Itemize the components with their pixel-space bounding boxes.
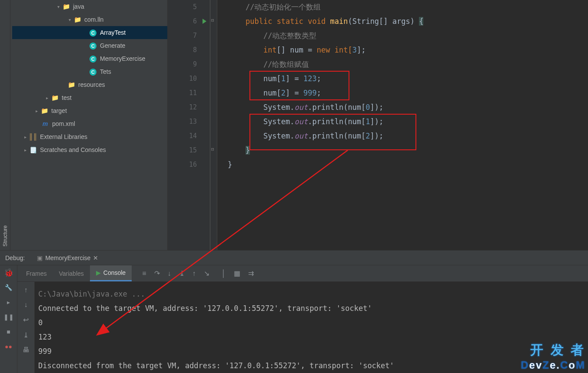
tree-label: ArrayTest (100, 29, 126, 36)
soft-wrap-icon[interactable]: ↩ (23, 316, 29, 324)
code-token: .println(num[ (308, 132, 365, 140)
scroll-end-icon[interactable]: ⤓ (23, 331, 29, 339)
code-token: { (419, 17, 423, 26)
tree-label: test (62, 94, 72, 101)
library-icon: ║║ (29, 133, 37, 140)
tree-label: resources (78, 81, 105, 88)
line-number: 12 (168, 100, 210, 115)
tree-file-arraytest[interactable]: C ArrayTest (12, 26, 167, 39)
chevron-down-icon: ▾ (66, 17, 73, 22)
tree-folder-target[interactable]: ▸ 📁 target (12, 104, 167, 117)
line-number: 8 (168, 43, 210, 57)
tree-label: java (73, 3, 84, 10)
tree-label: Scratches and Consoles (40, 146, 106, 153)
step-over-icon[interactable]: ↷ (154, 269, 160, 277)
code-token: System. (263, 132, 295, 140)
code-token: //动态初始化一个数组 (246, 3, 321, 11)
console-line: C:\Java\bin\java.exe ... (38, 287, 588, 301)
evaluate-icon[interactable]: ▦ (234, 269, 240, 277)
code-token: ] = (286, 74, 303, 83)
run-gutter-icon[interactable] (203, 19, 206, 24)
code-token: 1 (281, 74, 286, 83)
close-icon[interactable]: ✕ (93, 254, 98, 261)
code-token: System. (263, 117, 295, 126)
line-number: 15 (168, 143, 210, 158)
fold-marker[interactable]: ⊟ (211, 17, 214, 23)
code-editor[interactable]: 5 6 7 8 9 10 11 12 13 14 15 16 ⊟ ⊟ //动态初… (168, 0, 588, 250)
left-tool-strip: Structure (0, 0, 10, 250)
code-token: main (330, 17, 348, 26)
debug-tab-label: MemoryExercise (45, 254, 90, 261)
stop-button[interactable]: ■ (4, 327, 13, 337)
line-number: 13 (168, 115, 210, 129)
frames-tab[interactable]: Frames (20, 265, 53, 281)
code-token: ; (317, 74, 321, 83)
tree-package[interactable]: ▾ 📁 com.lln (12, 13, 167, 26)
tree-file-pom[interactable]: m pom.xml (12, 117, 167, 130)
step-into-icon[interactable]: ↓ (168, 270, 171, 277)
code-token: ] = (286, 89, 303, 97)
show-exec-point-icon[interactable]: ≡ (142, 270, 146, 277)
console-output[interactable]: C:\Java\bin\java.exe ... Connected to th… (35, 282, 588, 373)
code-token: num[ (263, 74, 281, 83)
down-icon[interactable]: ↓ (24, 301, 28, 309)
resume-button[interactable]: ▸ (4, 297, 13, 307)
maven-icon: m (41, 120, 50, 127)
tab-label: Console (103, 269, 126, 276)
code-token: 2 (281, 89, 286, 97)
step-out-icon[interactable]: ↑ (193, 270, 196, 277)
debug-step-toolbar: ≡ ↷ ↓ ⤓ ↑ ↘ │ ▦ ⇉ (132, 269, 253, 277)
folder-icon: 📁 (50, 94, 59, 101)
wrench-icon[interactable]: 🔧 (4, 283, 13, 292)
fold-marker[interactable]: ⊟ (211, 146, 214, 152)
line-number: 7 (168, 29, 210, 43)
code-token: 1 (365, 117, 370, 126)
code-token: ]); (370, 103, 384, 112)
force-step-into-icon[interactable]: ⤓ (179, 269, 185, 277)
pause-button[interactable]: ❚❚ (4, 312, 13, 322)
console-line: 999 (38, 344, 588, 359)
print-icon[interactable]: 🖶 (23, 346, 30, 354)
code-token: num[ (263, 89, 281, 97)
console-tab[interactable]: ▶ Console (90, 265, 132, 281)
up-icon[interactable]: ↑ (24, 286, 28, 294)
debug-config-tab[interactable]: ▣ MemoryExercise ✕ (33, 254, 103, 261)
class-icon: C (89, 68, 97, 76)
structure-tool-button[interactable]: Structure (1, 222, 9, 250)
console-side-toolbar: ↑ ↓ ↩ ⤓ 🖶 (17, 282, 35, 373)
tree-label: Generate (100, 42, 125, 49)
tree-folder-test[interactable]: ▸ 📁 test (12, 91, 167, 104)
variables-tab[interactable]: Variables (53, 265, 90, 281)
tree-label: pom.xml (52, 120, 75, 127)
debug-panel: Debug: ▣ MemoryExercise ✕ 🐞 🔧 ▸ ❚❚ ■ ●● … (0, 250, 588, 373)
tree-label: Tets (100, 68, 111, 75)
code-token: out (295, 117, 308, 126)
target-folder-icon: 📁 (40, 107, 49, 114)
tree-label: com.lln (84, 16, 103, 23)
code-token: 2 (365, 132, 370, 140)
tree-folder-resources[interactable]: 📁 resources (12, 78, 167, 91)
tree-file-tets[interactable]: C Tets (12, 65, 167, 78)
code-token: //给数组赋值 (263, 60, 309, 69)
code-token: ; (317, 89, 321, 97)
debug-button[interactable]: 🐞 (4, 268, 13, 277)
code-token: //动态整数类型 (263, 31, 316, 40)
run-to-cursor-icon[interactable]: ↘ (204, 269, 209, 277)
class-icon: C (89, 42, 97, 50)
chevron-right-icon: ▸ (22, 148, 29, 152)
chevron-right-icon: ▸ (22, 135, 29, 139)
editor-gutter: 5 6 7 8 9 10 11 12 13 14 15 16 (168, 0, 210, 250)
code-area[interactable]: //动态初始化一个数组 public static void main(Stri… (217, 0, 588, 250)
view-breakpoints-button[interactable]: ●● (4, 342, 13, 351)
more-icon[interactable]: ⇉ (248, 269, 254, 277)
tree-folder-java[interactable]: ▾ 📁 java (12, 0, 167, 13)
tree-file-memoryexercise[interactable]: C MemoryExercise (12, 52, 167, 65)
debug-left-toolbar: 🐞 🔧 ▸ ❚❚ ■ ●● (0, 265, 17, 373)
tree-external-libraries[interactable]: ▸ ║║ External Libraries (12, 130, 167, 143)
chevron-down-icon: ▾ (55, 4, 62, 9)
tree-file-generate[interactable]: C Generate (12, 39, 167, 52)
code-token: 999 (303, 89, 317, 97)
tree-scratches[interactable]: ▸ 🗒️ Scratches and Consoles (12, 143, 167, 156)
class-icon: C (89, 29, 97, 36)
folder-icon: 📁 (62, 3, 70, 10)
